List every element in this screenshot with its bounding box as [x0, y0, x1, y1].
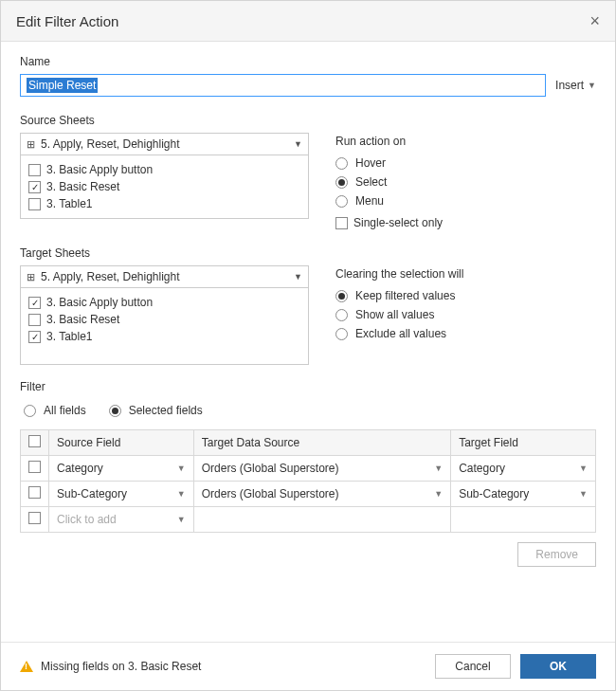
col-source-field: Source Field: [49, 430, 194, 456]
radio-icon[interactable]: [335, 328, 348, 340]
caret-down-icon: ▼: [588, 81, 596, 90]
name-label: Name: [20, 55, 596, 68]
titlebar: Edit Filter Action ×: [1, 1, 615, 42]
target-dashboard-select[interactable]: ⊞5. Apply, Reset, Dehighlight ▼: [20, 265, 309, 288]
checkbox-icon[interactable]: [28, 297, 41, 309]
warning-icon: [20, 661, 33, 672]
ok-button[interactable]: OK: [520, 654, 596, 679]
radio-icon[interactable]: [335, 195, 348, 208]
caret-down-icon: ▼: [434, 464, 443, 473]
dialog-footer: Missing fields on 3. Basic Reset Cancel …: [1, 642, 615, 690]
filter-table: Source Field Target Data Source Target F…: [20, 429, 596, 533]
cancel-button[interactable]: Cancel: [435, 654, 511, 679]
edit-filter-action-dialog: Edit Filter Action × Name Simple Reset I…: [0, 0, 616, 691]
filter-scope-selected[interactable]: Selected fields: [109, 401, 203, 420]
close-icon[interactable]: ×: [589, 12, 600, 29]
clearing-option-show[interactable]: Show all values: [335, 305, 596, 324]
warning-message: Missing fields on 3. Basic Reset: [20, 660, 201, 673]
radio-icon[interactable]: [24, 405, 36, 417]
target-ds-cell[interactable]: Orders (Global Superstore)▼: [193, 456, 450, 482]
caret-down-icon: ▼: [177, 515, 186, 524]
target-sheet-item[interactable]: 3. Table1: [28, 328, 300, 345]
row-checkbox[interactable]: [28, 486, 41, 499]
row-checkbox[interactable]: [28, 461, 41, 473]
source-sheets-list: 3. Basic Apply button 3. Basic Reset 3. …: [20, 155, 309, 219]
insert-dropdown[interactable]: Insert ▼: [555, 79, 596, 92]
source-field-cell[interactable]: Sub-Category▼: [49, 482, 194, 507]
name-input-selection: Simple Reset: [27, 78, 98, 93]
target-field-cell[interactable]: Category▼: [451, 456, 596, 482]
name-input[interactable]: Simple Reset: [20, 74, 546, 97]
add-source-field[interactable]: Click to add▼: [49, 507, 194, 533]
clearing-option-keep[interactable]: Keep filtered values: [335, 286, 596, 305]
dashboard-icon: ⊞: [27, 271, 35, 282]
target-ds-cell[interactable]: Orders (Global Superstore)▼: [193, 482, 450, 507]
checkbox-icon[interactable]: [28, 314, 41, 326]
single-select-checkbox[interactable]: Single-select only: [335, 214, 596, 231]
radio-icon[interactable]: [335, 176, 348, 189]
run-option-menu[interactable]: Menu: [335, 191, 596, 210]
table-row[interactable]: Category▼ Orders (Global Superstore)▼ Ca…: [21, 456, 596, 482]
caret-down-icon: ▼: [177, 464, 186, 473]
checkbox-icon[interactable]: [28, 164, 41, 176]
col-target-field: Target Field: [451, 430, 596, 456]
clearing-option-exclude[interactable]: Exclude all values: [335, 324, 596, 343]
source-sheet-item[interactable]: 3. Basic Reset: [28, 178, 300, 195]
checkbox-icon[interactable]: [28, 198, 41, 210]
target-field-cell[interactable]: Sub-Category▼: [451, 482, 596, 507]
caret-down-icon: ▼: [579, 464, 588, 473]
clearing-label: Clearing the selection will: [335, 267, 596, 281]
caret-down-icon: ▼: [434, 489, 443, 499]
filter-scope-all[interactable]: All fields: [24, 401, 86, 420]
caret-down-icon: ▼: [177, 489, 186, 499]
checkbox-icon[interactable]: [335, 217, 348, 229]
table-row[interactable]: Sub-Category▼ Orders (Global Superstore)…: [21, 482, 596, 507]
target-sheet-item[interactable]: 3. Basic Reset: [28, 311, 300, 328]
dialog-body: Name Simple Reset Insert ▼ Source Sheets…: [1, 42, 615, 642]
source-dashboard-select[interactable]: ⊞5. Apply, Reset, Dehighlight ▼: [20, 133, 309, 155]
source-sheet-item[interactable]: 3. Basic Apply button: [28, 161, 300, 178]
run-option-hover[interactable]: Hover: [335, 154, 596, 173]
caret-down-icon: ▼: [579, 489, 588, 499]
checkbox-icon[interactable]: [28, 331, 41, 343]
source-field-cell[interactable]: Category▼: [49, 456, 194, 482]
source-sheets-label: Source Sheets: [20, 114, 596, 127]
radio-icon[interactable]: [335, 309, 348, 321]
target-sheets-label: Target Sheets: [20, 246, 596, 260]
source-sheet-item[interactable]: 3. Table1: [28, 195, 300, 212]
filter-label: Filter: [20, 380, 596, 393]
caret-down-icon: ▼: [294, 272, 302, 282]
col-target-ds: Target Data Source: [193, 430, 450, 456]
target-sheets-list: 3. Basic Apply button 3. Basic Reset 3. …: [20, 288, 309, 365]
checkbox-icon[interactable]: [28, 181, 41, 193]
dialog-title: Edit Filter Action: [16, 13, 118, 29]
select-all-checkbox[interactable]: [28, 435, 41, 447]
radio-icon[interactable]: [109, 405, 121, 417]
target-sheet-item[interactable]: 3. Basic Apply button: [28, 294, 300, 311]
dashboard-icon: ⊞: [27, 138, 35, 150]
caret-down-icon: ▼: [294, 139, 302, 149]
run-option-select[interactable]: Select: [335, 173, 596, 191]
row-checkbox: [28, 512, 41, 524]
radio-icon[interactable]: [335, 290, 348, 302]
remove-button[interactable]: Remove: [517, 542, 596, 567]
add-row[interactable]: Click to add▼: [21, 507, 596, 533]
run-action-label: Run action on: [335, 135, 596, 148]
radio-icon[interactable]: [335, 157, 348, 170]
